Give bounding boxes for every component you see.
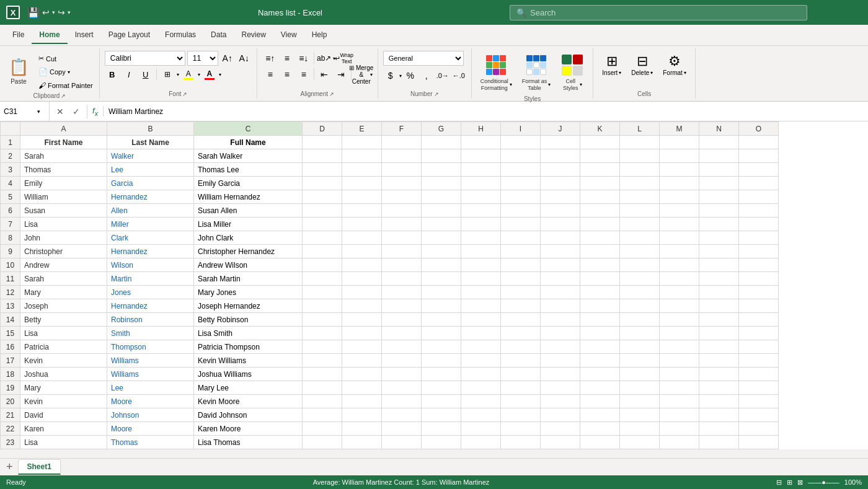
cell-n23[interactable] — [699, 436, 739, 449]
cell-j15[interactable] — [541, 327, 580, 340]
cell-l20[interactable] — [620, 395, 660, 408]
cell-a11[interactable]: Sarah — [20, 272, 107, 286]
cell-g16[interactable] — [422, 340, 461, 354]
cell-l9[interactable] — [620, 245, 660, 258]
cell-m13[interactable] — [660, 299, 699, 313]
cell-k16[interactable] — [580, 340, 620, 354]
cell-m21[interactable] — [660, 408, 699, 422]
cell-n7[interactable] — [699, 218, 739, 231]
cell-k21[interactable] — [580, 408, 620, 422]
fill-color-dropdown[interactable]: ▾ — [198, 72, 200, 77]
cell-h1[interactable] — [461, 136, 501, 149]
cell-m6[interactable] — [660, 204, 699, 218]
col-header-i[interactable]: I — [501, 122, 541, 136]
cell-n21[interactable] — [699, 408, 739, 422]
cell-e20[interactable] — [342, 395, 382, 408]
cell-c11[interactable]: Sarah Martin — [194, 272, 303, 286]
cell-j12[interactable] — [541, 286, 580, 299]
cell-n17[interactable] — [699, 354, 739, 368]
cell-h11[interactable] — [461, 272, 501, 286]
cell-l17[interactable] — [620, 354, 660, 368]
tab-view[interactable]: View — [273, 27, 304, 44]
cell-b22[interactable]: Moore — [107, 422, 194, 436]
cell-d6[interactable] — [303, 204, 342, 218]
alignment-expand-icon[interactable]: ↗ — [329, 91, 334, 97]
cell-e11[interactable] — [342, 272, 382, 286]
cell-o6[interactable] — [739, 204, 779, 218]
cell-l11[interactable] — [620, 272, 660, 286]
row-header-16[interactable]: 16 — [1, 340, 20, 354]
merge-center-button[interactable]: ⊞ Merge & Center — [353, 67, 370, 82]
cell-k11[interactable] — [580, 272, 620, 286]
cell-h18[interactable] — [461, 368, 501, 381]
cell-h2[interactable] — [461, 149, 501, 163]
col-header-d[interactable]: D — [303, 122, 342, 136]
cell-g2[interactable] — [422, 149, 461, 163]
cell-l4[interactable] — [620, 177, 660, 190]
number-expand-icon[interactable]: ↗ — [434, 91, 439, 97]
row-header-8[interactable]: 8 — [1, 231, 20, 245]
cell-m10[interactable] — [660, 258, 699, 272]
clipboard-expand-icon[interactable]: ↗ — [61, 93, 66, 99]
cell-j3[interactable] — [541, 163, 580, 177]
cell-c8[interactable]: John Clark — [194, 231, 303, 245]
cell-j4[interactable] — [541, 177, 580, 190]
comma-button[interactable]: , — [419, 68, 434, 83]
format-dropdown[interactable]: ▾ — [684, 70, 686, 76]
cell-e14[interactable] — [342, 313, 382, 327]
cell-e16[interactable] — [342, 340, 382, 354]
cell-m11[interactable] — [660, 272, 699, 286]
formula-confirm-button[interactable]: ✓ — [69, 105, 83, 118]
cell-b13[interactable]: Hernandez — [107, 299, 194, 313]
cell-e13[interactable] — [342, 299, 382, 313]
cell-d1[interactable] — [303, 136, 342, 149]
cell-n6[interactable] — [699, 204, 739, 218]
cell-f17[interactable] — [382, 354, 422, 368]
cell-i10[interactable] — [501, 258, 541, 272]
cell-o20[interactable] — [739, 395, 779, 408]
cell-b12[interactable]: Jones — [107, 286, 194, 299]
cell-k5[interactable] — [580, 190, 620, 204]
cell-a4[interactable]: Emily — [20, 177, 107, 190]
cell-e7[interactable] — [342, 218, 382, 231]
cell-j8[interactable] — [541, 231, 580, 245]
row-header-3[interactable]: 3 — [1, 163, 20, 177]
cell-n4[interactable] — [699, 177, 739, 190]
cell-i18[interactable] — [501, 368, 541, 381]
col-header-b[interactable]: B — [107, 122, 194, 136]
cell-b21[interactable]: Johnson — [107, 408, 194, 422]
cell-o19[interactable] — [739, 381, 779, 395]
cell-e5[interactable] — [342, 190, 382, 204]
cell-ref-dropdown-icon[interactable]: ▾ — [37, 108, 40, 115]
cell-n11[interactable] — [699, 272, 739, 286]
cell-i23[interactable] — [501, 436, 541, 449]
cell-d2[interactable] — [303, 149, 342, 163]
cell-a14[interactable]: Betty — [20, 313, 107, 327]
customize-icon[interactable]: ▾ — [68, 9, 71, 15]
cell-i4[interactable] — [501, 177, 541, 190]
col-header-j[interactable]: J — [541, 122, 580, 136]
cell-k13[interactable] — [580, 299, 620, 313]
align-right-button[interactable]: ≡ — [296, 67, 312, 82]
cell-d8[interactable] — [303, 231, 342, 245]
cell-c23[interactable]: Lisa Thomas — [194, 436, 303, 449]
cell-h10[interactable] — [461, 258, 501, 272]
cell-f5[interactable] — [382, 190, 422, 204]
cell-a8[interactable]: John — [20, 231, 107, 245]
tab-formulas[interactable]: Formulas — [157, 27, 203, 44]
number-group-label[interactable]: Number ↗ — [410, 89, 439, 99]
formula-input[interactable] — [104, 107, 868, 116]
cell-i20[interactable] — [501, 395, 541, 408]
cell-i15[interactable] — [501, 327, 541, 340]
cell-m8[interactable] — [660, 231, 699, 245]
cell-a16[interactable]: Patricia — [20, 340, 107, 354]
cell-e21[interactable] — [342, 408, 382, 422]
cell-c5[interactable]: William Hernandez — [194, 190, 303, 204]
cell-e17[interactable] — [342, 354, 382, 368]
cell-g7[interactable] — [422, 218, 461, 231]
cell-a21[interactable]: David — [20, 408, 107, 422]
conditional-formatting-dropdown[interactable]: ▾ — [510, 82, 512, 87]
cell-k4[interactable] — [580, 177, 620, 190]
paste-button[interactable]: 📋 Paste — [4, 55, 33, 87]
formula-cancel-button[interactable]: ✕ — [53, 105, 67, 118]
